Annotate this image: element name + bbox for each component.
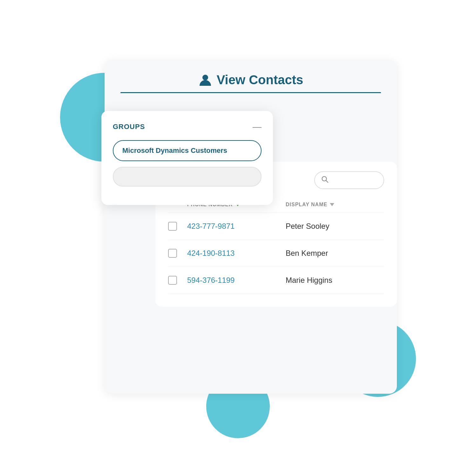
groups-header: GROUPS —	[113, 122, 262, 131]
col-name-header[interactable]: DISPLAY NAME	[286, 202, 384, 207]
phone-number-1[interactable]: 423-777-9871	[187, 222, 235, 230]
search-bar[interactable]	[314, 171, 384, 189]
display-name-1: Peter Sooley	[286, 222, 329, 230]
phone-number-2[interactable]: 424-190-8113	[187, 249, 235, 257]
table-row: 423-777-9871 Peter Sooley	[168, 213, 384, 240]
page-header: View Contacts	[120, 73, 381, 93]
page-title: View Contacts	[217, 73, 303, 87]
phone-number-3[interactable]: 594-376-1199	[187, 276, 235, 284]
groups-panel: GROUPS — Microsoft Dynamics Customers	[101, 111, 273, 205]
person-icon	[198, 73, 212, 87]
name-col-label: DISPLAY NAME	[286, 202, 327, 207]
groups-collapse-button[interactable]: —	[253, 122, 262, 131]
header-divider	[120, 92, 381, 93]
group-item-empty[interactable]	[113, 167, 262, 187]
groups-title: GROUPS	[113, 123, 145, 131]
search-icon	[321, 176, 328, 185]
sort-arrow-name-icon	[330, 203, 334, 206]
row-checkbox-3[interactable]	[168, 276, 177, 285]
group-item-active[interactable]: Microsoft Dynamics Customers	[113, 140, 262, 161]
table-row: 594-376-1199 Marie Higgins	[168, 267, 384, 294]
main-card: View Contacts	[105, 60, 397, 394]
row-checkbox-2[interactable]	[168, 249, 177, 258]
row-checkbox-1[interactable]	[168, 222, 177, 231]
svg-line-2	[326, 180, 328, 182]
table-row: 424-190-8113 Ben Kemper	[168, 240, 384, 267]
svg-point-0	[202, 75, 208, 80]
group-item-label-1: Microsoft Dynamics Customers	[122, 146, 227, 154]
display-name-2: Ben Kemper	[286, 249, 328, 257]
display-name-3: Marie Higgins	[286, 276, 332, 284]
